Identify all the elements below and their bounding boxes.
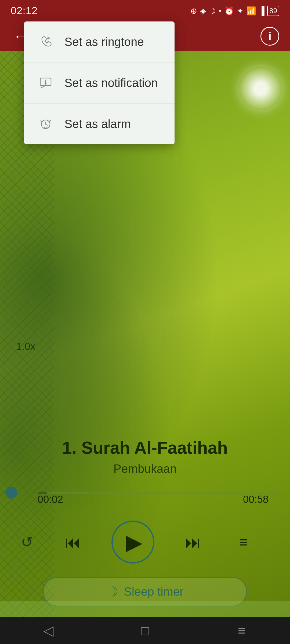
alarm-icon: [38, 116, 54, 132]
svg-line-5: [46, 124, 47, 125]
dropdown-item-notification[interactable]: Set as notification: [24, 63, 175, 104]
ringtone-label: Set as ringtone: [64, 35, 144, 49]
notification-label: Set as notification: [64, 76, 158, 90]
dropdown-item-alarm[interactable]: Set as alarm: [24, 104, 175, 144]
dropdown-menu: Set as ringtone Set as notification: [24, 21, 175, 144]
dropdown-item-ringtone[interactable]: Set as ringtone: [24, 21, 175, 63]
notification-icon: [38, 75, 54, 91]
svg-point-2: [45, 83, 46, 84]
alarm-label: Set as alarm: [64, 117, 131, 131]
ringtone-icon: [38, 34, 54, 50]
